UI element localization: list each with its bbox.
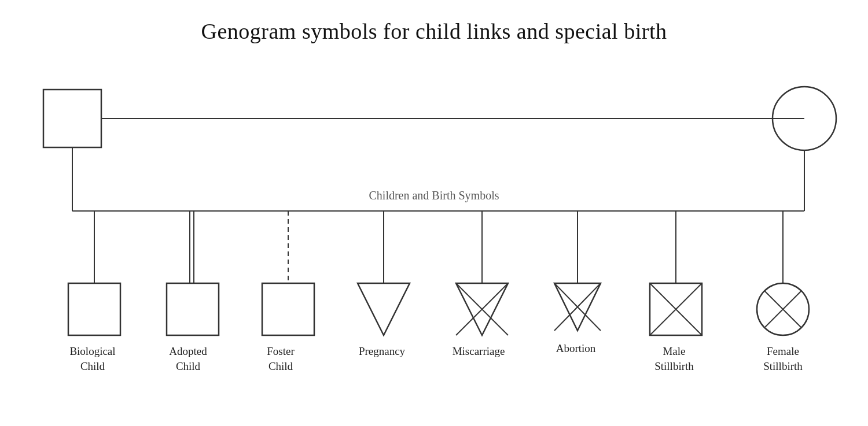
foster-child-label: FosterChild: [249, 344, 312, 373]
male-stillbirth-label: MaleStillbirth: [642, 344, 706, 373]
miscarriage-label: Miscarriage: [441, 344, 516, 359]
svg-rect-7: [68, 283, 120, 335]
svg-rect-0: [43, 90, 101, 147]
svg-rect-10: [167, 283, 219, 335]
abortion-label: Abortion: [544, 341, 608, 356]
adopted-child-label: AdoptedChild: [153, 344, 223, 373]
genogram-diagram: Children and Birth Symbols: [0, 0, 868, 426]
subtitle-text: Children and Birth Symbols: [369, 189, 499, 202]
svg-rect-12: [262, 283, 314, 335]
female-stillbirth-label: FemaleStillbirth: [748, 344, 818, 373]
pregnancy-label: Pregnancy: [350, 344, 414, 359]
svg-marker-14: [358, 283, 410, 335]
biological-child-label: BiologicalChild: [55, 344, 130, 373]
